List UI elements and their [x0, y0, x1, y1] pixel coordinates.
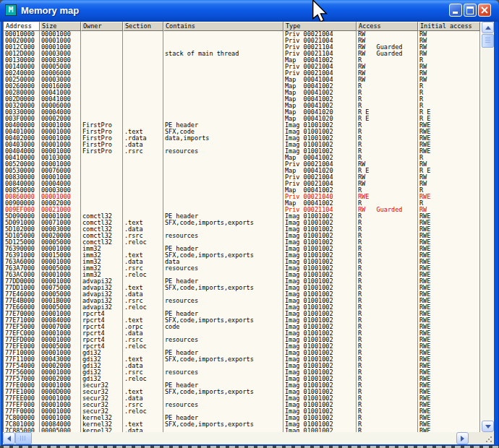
cell-type: Map 00041002 [283, 90, 357, 96]
cell-initial-access: RWE [418, 278, 480, 285]
table-row[interactable]: 77FF000000001000secur32.relocImag 010010… [4, 408, 482, 415]
horizontal-scrollbar[interactable] [3, 432, 469, 444]
table-row[interactable]: 77FEE00000001000secur32.dataImag 0100100… [4, 395, 482, 402]
table-row[interactable]: 77E4600000005000advapi32.dataImag 010010… [4, 291, 482, 298]
table-row[interactable]: 77FEF00000001000secur32.rsrcresourcesIma… [4, 402, 482, 408]
table-row[interactable]: 0085000000003000Map 00041002RR [4, 187, 482, 194]
cell-owner [81, 116, 123, 122]
table-row[interactable]: 77F5600000001000gdi32.rsrcresourcesImag … [4, 369, 482, 376]
table-row[interactable]: 77F1100000043000gdi32.textSFX,code,impor… [4, 356, 482, 363]
vertical-scrollbar[interactable] [482, 22, 494, 432]
table-row[interactable]: 77F1000000001000gdi32PE headerImag 01001… [4, 350, 482, 356]
scroll-down-button[interactable] [482, 421, 494, 432]
table-row[interactable]: 77FE000000001000secur32PE headerImag 010… [4, 382, 482, 389]
cell-initial-access: RWE [418, 402, 480, 408]
cell-address: 77E46000 [4, 291, 40, 298]
table-row[interactable]: 763A700000005000imm32.rsrcresourcesImag … [4, 265, 482, 272]
table-row[interactable]: 77E6600000005000advapi32.relocImag 01001… [4, 304, 482, 311]
table-row[interactable]: 77E7000000001000rpcrt4PE headerImag 0100… [4, 311, 482, 317]
table-row[interactable]: 7639000000001000imm32PE headerImag 01001… [4, 246, 482, 252]
table-row[interactable]: 0090000000002000Map 00041002RR [4, 200, 482, 207]
column-header-owner[interactable]: Owner [81, 22, 123, 31]
table-row[interactable]: 5D09100000071000comctl32.textSFX,code,im… [4, 220, 482, 226]
table-row[interactable]: 0084000000004000Priv 00021004RWRW [4, 181, 482, 187]
cell-address: 77EF5000 [4, 324, 40, 330]
cell-address: 77EFC000 [4, 330, 40, 337]
table-row[interactable]: 0014000000005000Priv 00021004RWRW [4, 64, 482, 70]
table-row[interactable]: 77DD100000075000advapi32.textSFX,code,im… [4, 285, 482, 291]
column-header-type[interactable]: Type [283, 22, 357, 31]
table-row[interactable]: 763AC00000001000imm32.relocImag 01001002… [4, 272, 482, 278]
cell-owner: FirstPro [81, 148, 123, 155]
titlebar[interactable]: M Memory map [0, 0, 499, 22]
close-button[interactable] [478, 4, 491, 17]
cell-initial-access: RWE [418, 350, 480, 356]
table-row[interactable]: 0040000000001000FirstProPE headerImag 01… [4, 122, 482, 129]
table-row[interactable]: 7C80000000001000kernel32PE headerImag 01… [4, 415, 482, 421]
table-row[interactable]: 003F000000002000Map 00041020R ER E [4, 116, 482, 122]
table-row[interactable]: 0013000000003000Map 00041002RR [4, 57, 482, 64]
table-row[interactable]: 7C80100000084000kernel32.textSFX,code,im… [4, 421, 482, 428]
column-header-section[interactable]: Section [123, 22, 163, 31]
table-row[interactable]: 0026000000016000Map 00041002RR [4, 83, 482, 90]
table-row[interactable]: 0012C00000001000Priv 00021104RW GuardedR… [4, 44, 482, 51]
column-header-access[interactable]: Access [357, 22, 418, 31]
cell-section: .orpc [123, 324, 163, 330]
cell-owner: secur32 [81, 402, 123, 408]
table-row[interactable]: 0086000000001000Priv 00021040RWERWE [4, 194, 482, 200]
table-row[interactable]: 0053000000076000Map 00041020R ER E [4, 168, 482, 174]
table-row[interactable]: 0052000000001000Priv 00021004RWRW [4, 161, 482, 168]
resize-grip-icon [490, 441, 492, 442]
scroll-right-button[interactable] [456, 432, 469, 444]
table-row[interactable]: 77EFC00000001000rpcrt4.dataImag 01001002… [4, 330, 482, 337]
vertical-scroll-thumb[interactable] [482, 34, 494, 48]
table-row[interactable]: 0033000000004000Map 00041020R ER E [4, 109, 482, 116]
table-row[interactable]: 5D12500000005000comctl32.relocImag 01001… [4, 239, 482, 246]
table-row[interactable]: 0024000000006000Priv 00021004RWRW [4, 70, 482, 77]
maximize-button[interactable] [464, 4, 477, 17]
minimize-button[interactable] [449, 4, 462, 17]
scroll-left-button[interactable] [3, 432, 15, 444]
table-row[interactable]: 5D09000000001000comctl32PE headerImag 01… [4, 213, 482, 220]
table-row[interactable]: 5D10200000003000comctl32.dataImag 010010… [4, 226, 482, 233]
table-row[interactable]: 0002000000001000Priv 00021004RWRW [4, 38, 482, 44]
cell-access: R [357, 83, 418, 90]
cell-size: 00001000 [40, 174, 81, 181]
cell-size: 00103000 [40, 155, 81, 161]
table-row[interactable]: 5D10500000020000comctl32.rsrcresourcesIm… [4, 233, 482, 239]
table-row[interactable]: 0028000000041000Map 00041002RR [4, 90, 482, 96]
column-header-address[interactable]: Address [4, 22, 40, 31]
scroll-up-button[interactable] [482, 22, 494, 33]
horizontal-scroll-thumb[interactable] [15, 432, 32, 444]
cell-type: Imag 01001002 [283, 376, 357, 382]
cell-address: 00280000 [4, 90, 40, 96]
window-icon[interactable]: M [5, 4, 17, 16]
table-row[interactable]: 77EF500000007000rpcrt4.orpccodeImag 0100… [4, 324, 482, 330]
column-header-contains[interactable]: Contains [163, 22, 283, 31]
table-row[interactable]: 77EFE00000005000rpcrt4.relocImag 0100100… [4, 343, 482, 350]
table-row[interactable]: 77F5700000002000gdi32.relocImag 01001002… [4, 376, 482, 382]
table-row[interactable]: 77F5400000002000gdi32.dataImag 01001002R… [4, 363, 482, 369]
table-row[interactable]: 0041000000103000Map 00041002RR [4, 155, 482, 161]
column-header-size[interactable]: Size [40, 22, 81, 31]
table-row[interactable]: 0083000000001000Priv 00021004RWRW [4, 174, 482, 181]
column-header-initial-access[interactable]: Initial access [418, 22, 480, 31]
table-row[interactable]: 7639100000015000imm32.textSFX,code,impor… [4, 252, 482, 259]
table-row[interactable]: 77E7100000084000rpcrt4.textSFX,code,impo… [4, 317, 482, 324]
table-row[interactable]: 77EFD00000001000rpcrt4.rsrcresourcesImag… [4, 337, 482, 343]
table-row[interactable]: 0040300000001000FirstPro.dataImag 010010… [4, 142, 482, 148]
table-row[interactable]: 0012D00000003000stack of main threadPriv… [4, 51, 482, 57]
table-row[interactable]: 763A600000001000imm32.datadataImag 01001… [4, 259, 482, 265]
table-row[interactable]: 0040400000001000FirstPro.rsrcresourcesIm… [4, 148, 482, 155]
table-row[interactable]: 002D000000041000Map 00041002RR [4, 96, 482, 103]
table-row[interactable]: 009EF00000021000Priv 00021104RW GuardedR… [4, 207, 482, 213]
table-row[interactable]: 0001000000001000Priv 00021004RWRW [4, 31, 482, 38]
table-row[interactable]: 0025000000003000Map 00041004RWRW [4, 77, 482, 83]
table-row[interactable]: 0040200000001000FirstPro.rdatadata,impor… [4, 135, 482, 142]
table-row[interactable]: 77DD000000001000advapi32PE headerImag 01… [4, 278, 482, 285]
table-row[interactable]: 0040100000001000FirstPro.textSFX,codeIma… [4, 129, 482, 135]
table-row[interactable]: 77E4B0000001B000advapi32.rsrcresourcesIm… [4, 298, 482, 304]
table-row[interactable]: 77FE10000000D000secur32.textSFX,code,imp… [4, 389, 482, 395]
resize-grip[interactable] [469, 432, 494, 444]
table-row[interactable]: 0032000000006000Map 00041002RR [4, 103, 482, 109]
